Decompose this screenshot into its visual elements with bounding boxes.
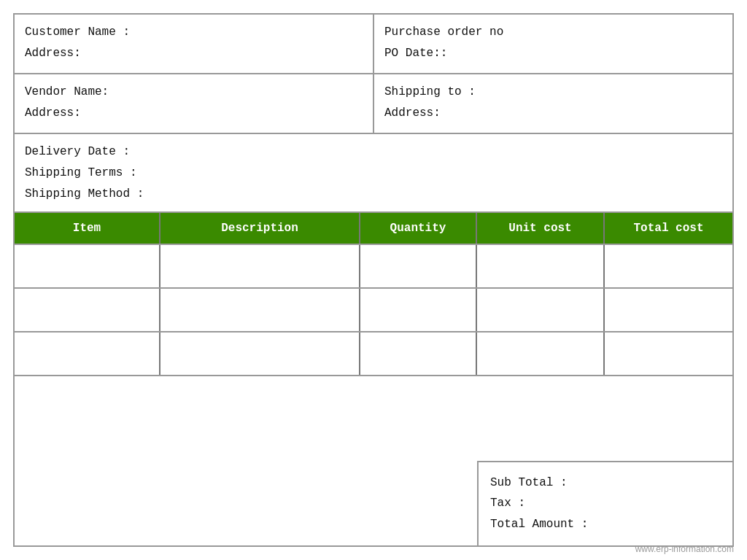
- po-label: Purchase order no: [384, 22, 722, 43]
- row2-unit: [477, 289, 605, 331]
- shipping-to-label: Shipping to :: [384, 82, 722, 103]
- row1-item: [15, 245, 160, 287]
- row3-desc: [160, 332, 360, 375]
- tax-label: Tax :: [490, 493, 721, 514]
- col-header-item: Item: [15, 213, 160, 244]
- second-row: Vendor Name: Address: Shipping to : Addr…: [15, 74, 732, 134]
- col-header-description: Description: [160, 213, 360, 244]
- top-row: Customer Name : Address: Purchase order …: [15, 15, 732, 74]
- table-row: [15, 245, 732, 289]
- customer-name-label: Customer Name :: [25, 22, 363, 43]
- delivery-row: Delivery Date : Shipping Terms : Shippin…: [15, 134, 732, 213]
- row2-total: [605, 289, 732, 331]
- row3-qty: [360, 332, 477, 375]
- table-body: [15, 245, 732, 460]
- shipping-terms-label: Shipping Terms :: [25, 163, 722, 184]
- summary-box: Sub Total : Tax : Total Amount :: [477, 461, 732, 545]
- shipping-cell: Shipping to : Address:: [374, 74, 732, 133]
- col-header-unit-cost: Unit cost: [477, 213, 605, 244]
- vendor-cell: Vendor Name: Address:: [15, 74, 374, 133]
- table-row: [15, 289, 732, 332]
- summary-row: Sub Total : Tax : Total Amount :: [15, 461, 732, 545]
- row3-total: [605, 332, 732, 375]
- watermark: www.erp-information.com: [635, 544, 734, 554]
- shipping-address-label: Address:: [384, 103, 722, 124]
- table-row: [15, 332, 732, 376]
- delivery-date-label: Delivery Date :: [25, 141, 722, 163]
- row2-desc: [160, 289, 360, 331]
- row1-desc: [160, 245, 360, 287]
- customer-address-label: Address:: [25, 43, 363, 64]
- vendor-address-label: Address:: [25, 103, 363, 124]
- row1-qty: [360, 245, 477, 287]
- subtotal-label: Sub Total :: [490, 472, 721, 494]
- customer-cell: Customer Name : Address:: [15, 15, 374, 73]
- po-date-label: PO Date::: [384, 43, 722, 64]
- summary-spacer: [15, 461, 477, 545]
- row2-qty: [360, 289, 477, 331]
- row2-item: [15, 289, 160, 331]
- col-header-quantity: Quantity: [360, 213, 477, 244]
- row1-unit: [477, 245, 605, 287]
- row3-item: [15, 332, 160, 375]
- total-amount-label: Total Amount :: [490, 514, 721, 535]
- form-wrapper: Customer Name : Address: Purchase order …: [13, 13, 734, 547]
- row1-total: [605, 245, 732, 287]
- row3-unit: [477, 332, 605, 375]
- table-header: Item Description Quantity Unit cost Tota…: [15, 213, 732, 245]
- shipping-method-label: Shipping Method :: [25, 184, 722, 205]
- vendor-name-label: Vendor Name:: [25, 82, 363, 103]
- po-cell: Purchase order no PO Date::: [374, 15, 732, 73]
- page-container: Customer Name : Address: Purchase order …: [0, 0, 747, 560]
- col-header-total-cost: Total cost: [605, 213, 732, 244]
